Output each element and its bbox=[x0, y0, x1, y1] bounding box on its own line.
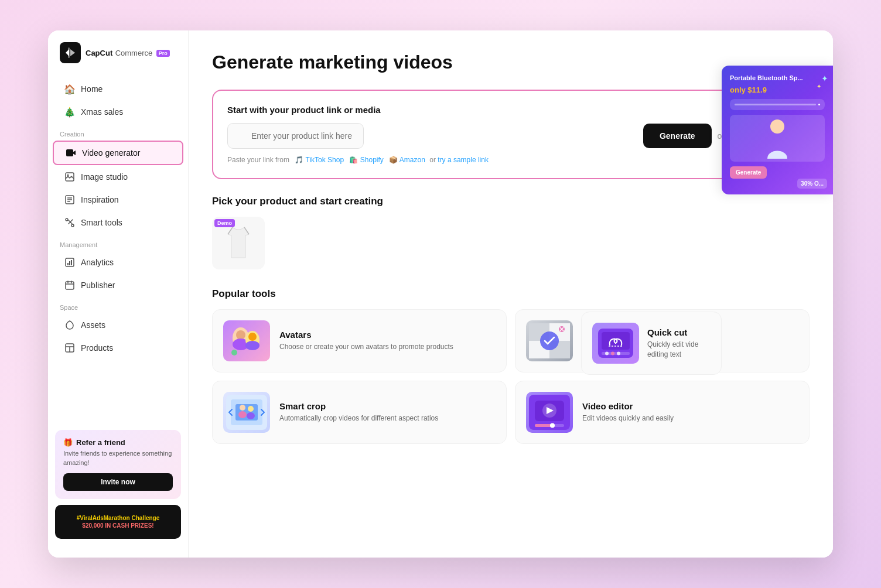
avatars-thumb bbox=[223, 320, 270, 361]
shopify-link[interactable]: Shopify bbox=[360, 156, 384, 164]
inspiration-icon bbox=[64, 194, 75, 205]
refer-desc: Invite friends to experience something a… bbox=[63, 449, 173, 467]
popular-tools-title: Popular tools bbox=[212, 288, 810, 300]
image-studio-icon bbox=[64, 172, 75, 182]
sidebar-item-assets[interactable]: Assets bbox=[53, 314, 183, 336]
nav-label-inspiration: Inspiration bbox=[81, 195, 119, 204]
svg-point-10 bbox=[71, 224, 74, 227]
shopify-icon: 🛍️ bbox=[349, 156, 358, 164]
analytics-icon bbox=[64, 257, 75, 268]
sidebar-item-analytics[interactable]: Analytics bbox=[53, 251, 183, 274]
input-wrapper: 🔗 bbox=[227, 123, 637, 149]
quick-cut-name: Quick cut bbox=[647, 327, 711, 337]
paste-hint: Paste your link from 🎵 TikTok Shop 🛍️ Sh… bbox=[227, 156, 794, 164]
nav-label-video-generator: Video generator bbox=[82, 148, 140, 158]
tool-card-smart-crop[interactable]: Smart crop Automatically crop videos for… bbox=[212, 381, 507, 444]
app-subtitle: Commerce bbox=[115, 49, 153, 57]
sidebar-item-xmas[interactable]: 🎄 Xmas sales bbox=[53, 101, 183, 123]
svg-rect-1 bbox=[68, 47, 70, 58]
sparkle-icon: ✦ bbox=[821, 74, 828, 83]
demo-badge: Demo bbox=[214, 219, 235, 227]
promo-banner[interactable]: #ViralAdsMarathon Challenge $20,000 IN C… bbox=[55, 505, 181, 539]
nav-label-home: Home bbox=[81, 84, 103, 94]
invite-button[interactable]: Invite now bbox=[63, 473, 173, 491]
sidebar-item-products[interactable]: Products bbox=[53, 337, 183, 359]
sidebar-nav: 🏠 Home 🎄 Xmas sales Creation Video gener… bbox=[48, 77, 188, 423]
preview-ui-bar bbox=[730, 99, 825, 110]
tool-card-video-editor[interactable]: Video editor Edit videos quickly and eas… bbox=[515, 381, 810, 444]
pro-badge: Pro bbox=[156, 50, 170, 57]
svg-point-44 bbox=[247, 412, 255, 419]
amazon-link[interactable]: Amazon bbox=[399, 156, 425, 164]
section-space-label: Space bbox=[48, 297, 188, 313]
preview-person bbox=[730, 115, 825, 162]
section-creation-label: Creation bbox=[48, 124, 188, 140]
xmas-icon: 🎄 bbox=[64, 107, 75, 117]
nav-label-assets: Assets bbox=[81, 320, 105, 330]
app-container: CapCut Commerce Pro 🏠 Home 🎄 Xmas sales … bbox=[48, 30, 833, 558]
promo-prize: $20,000 IN CASH PRIZES! bbox=[77, 522, 160, 529]
input-row: 🔗 Generate or Add media bbox=[227, 123, 794, 149]
products-icon bbox=[64, 343, 75, 353]
refer-title: 🎁 Refer a friend bbox=[63, 438, 173, 447]
svg-rect-13 bbox=[69, 261, 70, 265]
nav-label-analytics: Analytics bbox=[81, 258, 114, 267]
quick-cut-thumb bbox=[592, 323, 639, 364]
sample-link[interactable]: try a sample link bbox=[438, 156, 489, 164]
avatars-name: Avatars bbox=[279, 330, 496, 340]
svg-point-41 bbox=[240, 405, 245, 411]
smart-crop-name: Smart crop bbox=[279, 401, 496, 411]
smart-crop-info: Smart crop Automatically crop videos for… bbox=[279, 401, 496, 423]
sidebar-item-video-generator[interactable]: Video generator bbox=[53, 141, 183, 165]
svg-point-23 bbox=[236, 330, 245, 340]
assets-icon bbox=[64, 320, 75, 330]
sidebar-item-publisher[interactable]: Publisher bbox=[53, 274, 183, 296]
sidebar-item-inspiration[interactable]: Inspiration bbox=[53, 189, 183, 211]
generate-button[interactable]: Generate bbox=[643, 124, 712, 148]
video-generator-icon bbox=[66, 148, 76, 158]
svg-point-57 bbox=[611, 352, 614, 355]
video-editor-info: Video editor Edit videos quickly and eas… bbox=[582, 401, 798, 423]
tool-card-avatars[interactable]: Avatars Choose or create your own avatar… bbox=[212, 309, 507, 372]
sparkle-icon-2: ✦ bbox=[817, 83, 821, 90]
app-name: CapCut bbox=[86, 49, 112, 57]
page-title: Generate marketing videos bbox=[212, 52, 810, 73]
svg-rect-54 bbox=[602, 332, 630, 350]
quick-cut-info: Quick cut Quickly edit vide editing text bbox=[647, 327, 711, 360]
tiktok-shop-link[interactable]: TikTok Shop bbox=[306, 156, 344, 164]
products-section-title: Pick your product and start creating bbox=[212, 196, 810, 207]
svg-point-51 bbox=[550, 423, 555, 428]
product-card-shirt[interactable]: Demo bbox=[212, 217, 265, 269]
preview-discount: 30% O... bbox=[797, 179, 827, 189]
logo: CapCut Commerce Pro bbox=[48, 42, 188, 77]
shirt-svg bbox=[221, 223, 256, 264]
sidebar-item-home[interactable]: 🏠 Home bbox=[53, 78, 183, 100]
product-link-input[interactable] bbox=[227, 123, 364, 149]
video-editor-desc: Edit videos quickly and easily bbox=[582, 413, 798, 423]
tiktok-icon: 🎵 bbox=[295, 156, 303, 164]
svg-rect-14 bbox=[71, 260, 72, 265]
video-editor-thumb bbox=[526, 392, 573, 433]
refer-card: 🎁 Refer a friend Invite friends to exper… bbox=[55, 430, 181, 499]
svg-point-28 bbox=[231, 350, 237, 355]
svg-rect-2 bbox=[66, 149, 73, 156]
generator-card: Start with your product link or media 🔗 … bbox=[212, 90, 810, 179]
tool-card-quick-cut-partial[interactable]: Quick cut Quickly edit vide editing text bbox=[581, 312, 722, 375]
svg-rect-40 bbox=[235, 404, 258, 421]
nav-label-xmas: Xmas sales bbox=[81, 107, 123, 117]
sidebar-item-smart-tools[interactable]: Smart tools bbox=[53, 211, 183, 234]
sidebar-item-image-studio[interactable]: Image studio bbox=[53, 166, 183, 188]
home-icon: 🏠 bbox=[64, 84, 75, 94]
svg-point-26 bbox=[248, 333, 257, 341]
svg-point-52 bbox=[770, 119, 784, 134]
quick-cut-desc: Quickly edit vide editing text bbox=[647, 340, 711, 360]
nav-label-image-studio: Image studio bbox=[81, 172, 128, 182]
preview-product-name: Portable Bluetooth Sp... bbox=[730, 74, 825, 82]
promo-hashtag: #ViralAdsMarathon Challenge bbox=[77, 514, 160, 522]
preview-generate-button[interactable]: Generate bbox=[730, 166, 767, 179]
preview-panel: Portable Bluetooth Sp... only $11.9 Gene… bbox=[722, 66, 833, 194]
publisher-icon bbox=[64, 280, 75, 290]
svg-point-58 bbox=[617, 352, 620, 355]
svg-point-9 bbox=[66, 218, 68, 221]
smart-crop-thumb bbox=[223, 392, 270, 433]
